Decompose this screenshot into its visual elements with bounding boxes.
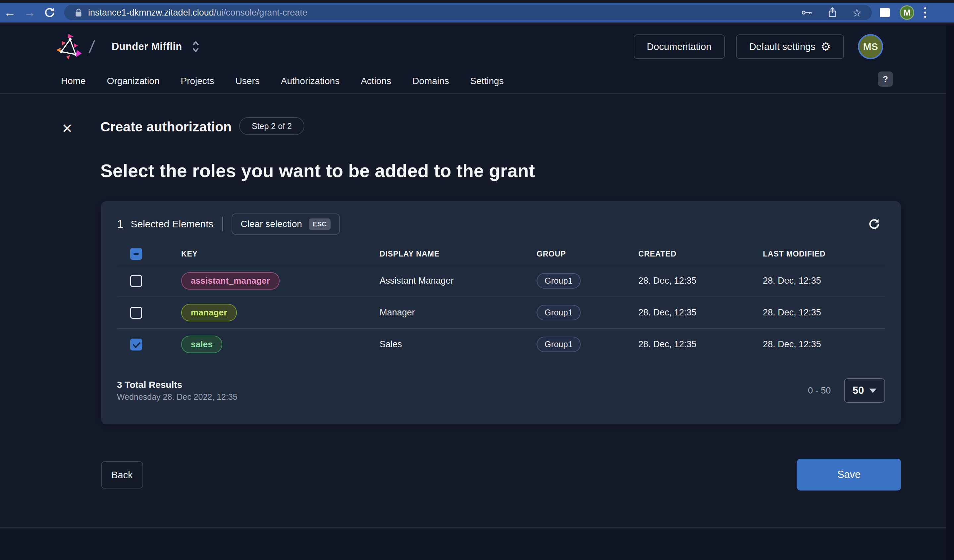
side-panel-icon[interactable] xyxy=(880,8,890,17)
column-key: KEY xyxy=(181,250,380,258)
table-row[interactable]: manager Manager Group1 28. Dec, 12:35 28… xyxy=(117,297,885,328)
select-all-checkbox[interactable] xyxy=(130,248,142,260)
help-button[interactable]: ? xyxy=(878,72,893,87)
display-name-cell: Manager xyxy=(380,308,537,318)
browser-tabstrip xyxy=(0,0,954,3)
table-row[interactable]: sales Sales Group1 28. Dec, 12:35 28. De… xyxy=(117,328,885,360)
screen: ← → instance1-dkmnzw.zitadel.cloud/ui/co… xyxy=(0,0,954,560)
column-created: CREATED xyxy=(638,250,763,258)
role-key-chip: assistant_manager xyxy=(181,272,279,289)
browser-toolbar: ← → instance1-dkmnzw.zitadel.cloud/ui/co… xyxy=(0,3,954,22)
browser-back-icon[interactable]: ← xyxy=(0,6,20,20)
divider xyxy=(222,217,223,231)
created-cell: 28. Dec, 12:35 xyxy=(638,276,763,286)
org-name[interactable]: Dunder Mifflin xyxy=(112,41,182,53)
display-name-cell: Assistant Manager xyxy=(380,276,537,286)
column-group: GROUP xyxy=(537,250,638,258)
row-checkbox[interactable] xyxy=(130,307,142,319)
last-modified-cell: 28. Dec, 12:35 xyxy=(763,276,885,286)
total-results: 3 Total Results xyxy=(117,380,237,390)
selected-count: 1 xyxy=(117,218,123,231)
row-checkbox[interactable] xyxy=(130,275,142,287)
group-chip: Group1 xyxy=(537,305,581,320)
last-modified-cell: 28. Dec, 12:35 xyxy=(763,308,885,318)
nav-item-projects[interactable]: Projects xyxy=(181,76,214,86)
clear-selection-button[interactable]: Clear selection ESC xyxy=(232,213,340,235)
nav-item-organization[interactable]: Organization xyxy=(107,76,160,86)
nav-item-users[interactable]: Users xyxy=(235,76,260,86)
step-badge: Step 2 of 2 xyxy=(239,117,304,135)
display-name-cell: Sales xyxy=(380,339,537,350)
column-display-name: DISPLAY NAME xyxy=(380,250,537,258)
password-key-icon[interactable] xyxy=(801,8,813,17)
page-size-select[interactable]: 50 xyxy=(844,378,885,403)
page-title: Create authorization xyxy=(100,119,232,135)
created-cell: 28. Dec, 12:35 xyxy=(638,308,763,318)
roles-table: KEY DISPLAY NAME GROUP CREATED LAST MODI… xyxy=(117,243,885,360)
share-icon[interactable] xyxy=(828,7,837,18)
selected-label: Selected Elements xyxy=(131,218,214,230)
save-button[interactable]: Save xyxy=(797,459,901,490)
browser-menu-icon[interactable] xyxy=(924,7,926,18)
page-footer xyxy=(0,527,946,560)
nav-item-domains[interactable]: Domains xyxy=(412,76,449,86)
bookmark-star-icon[interactable]: ☆ xyxy=(852,7,862,18)
column-last-modified: LAST MODIFIED xyxy=(763,250,885,258)
default-settings-button[interactable]: Default settings ⚙ xyxy=(736,34,844,59)
nav-item-settings[interactable]: Settings xyxy=(470,76,504,86)
breadcrumb-slash: / xyxy=(88,36,96,57)
browser-reload-icon[interactable] xyxy=(40,6,60,19)
browser-profile-avatar[interactable]: M xyxy=(899,5,914,20)
role-key-chip: sales xyxy=(181,336,222,353)
table-row[interactable]: assistant_manager Assistant Manager Grou… xyxy=(117,265,885,297)
results-timestamp: Wednesday 28. Dec 2022, 12:35 xyxy=(117,392,237,402)
refresh-icon[interactable] xyxy=(867,217,881,231)
back-button[interactable]: Back xyxy=(101,461,143,488)
org-switcher-icon[interactable] xyxy=(192,41,200,53)
browser-url-bar[interactable]: instance1-dkmnzw.zitadel.cloud/ui/consol… xyxy=(64,5,872,20)
table-header-row: KEY DISPLAY NAME GROUP CREATED LAST MODI… xyxy=(117,243,885,265)
chevron-down-icon xyxy=(869,389,876,393)
nav-item-actions[interactable]: Actions xyxy=(361,76,391,86)
row-checkbox[interactable] xyxy=(130,339,142,350)
scrollbar-track[interactable] xyxy=(946,25,954,560)
nav-item-home[interactable]: Home xyxy=(61,76,86,86)
roles-card: 1 Selected Elements Clear selection ESC … xyxy=(101,201,901,424)
last-modified-cell: 28. Dec, 12:35 xyxy=(763,339,885,350)
roles-heading: Select the roles you want to be added to… xyxy=(100,160,535,181)
group-chip: Group1 xyxy=(537,273,581,289)
documentation-button[interactable]: Documentation xyxy=(634,34,725,59)
group-chip: Group1 xyxy=(537,337,581,352)
lock-icon xyxy=(74,8,83,17)
app-header: / Dunder Mifflin Documentation Default s… xyxy=(0,25,946,94)
url-text: instance1-dkmnzw.zitadel.cloud/ui/consol… xyxy=(88,8,307,18)
close-icon[interactable]: ✕ xyxy=(62,122,73,135)
main-content: ✕ Create authorization Step 2 of 2 Selec… xyxy=(0,95,946,527)
esc-key-badge: ESC xyxy=(309,218,331,230)
main-nav: Home Organization Projects Users Authori… xyxy=(0,69,946,93)
pagination-range: 0 - 50 xyxy=(808,386,831,396)
nav-item-authorizations[interactable]: Authorizations xyxy=(281,76,340,86)
browser-forward-icon: → xyxy=(20,6,40,20)
gear-icon: ⚙ xyxy=(821,40,831,53)
user-avatar[interactable]: MS xyxy=(858,34,883,59)
role-key-chip: manager xyxy=(181,304,237,321)
created-cell: 28. Dec, 12:35 xyxy=(638,339,763,350)
zitadel-logo-icon[interactable] xyxy=(56,33,83,61)
